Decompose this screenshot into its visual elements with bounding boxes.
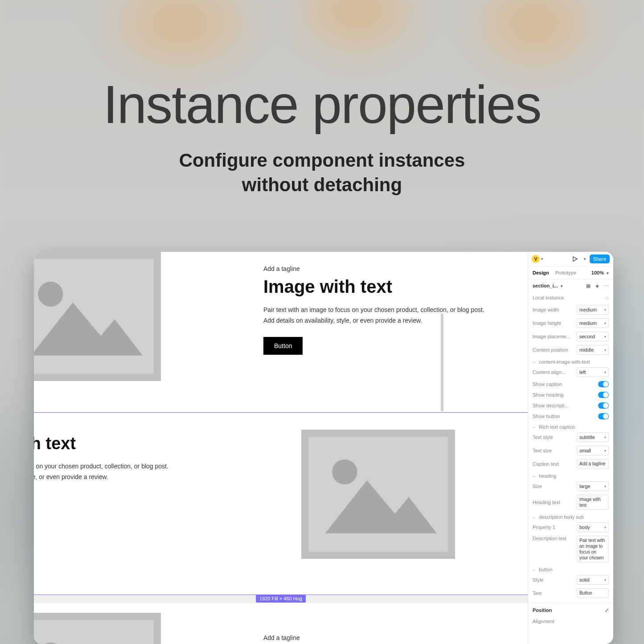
svg-marker-6 — [573, 257, 577, 261]
prop-label: Show heading — [533, 392, 595, 398]
description-text: Pair text with an image to focus on your… — [263, 305, 495, 326]
image-placeholder-icon — [34, 252, 161, 381]
text-style-select[interactable]: subtitle▾ — [577, 432, 609, 442]
section-text-block: Add a tagline — [263, 634, 300, 644]
prop-label: Size — [533, 484, 574, 489]
component-icon[interactable]: ◈ — [595, 283, 600, 288]
caption-text-input[interactable]: Add a tagline — [577, 459, 609, 469]
share-button[interactable]: Share — [590, 254, 610, 263]
heading-text: Image with text — [263, 277, 513, 297]
prop-label: Image height — [533, 320, 574, 326]
group-content-image-with-text[interactable]: content-image-with-text — [528, 357, 613, 365]
heading-size-select[interactable]: large▾ — [577, 481, 609, 491]
inspector-panel: V ▾ ▾ Share Design Prototype 100% ▾ sect… — [528, 252, 613, 644]
prop-label: Image placeme... — [533, 334, 574, 339]
tagline-text: Add a tagline — [263, 634, 300, 641]
play-icon[interactable] — [571, 255, 579, 263]
more-icon[interactable]: ⋯ — [603, 283, 609, 288]
section-text-block: Add a tagline Image with text Pair text … — [263, 265, 513, 355]
section-image-with-text-2-selected[interactable]: with text e to focus on your chosen prod… — [34, 412, 528, 595]
cta-button[interactable]: Button — [263, 337, 303, 355]
tab-design[interactable]: Design — [533, 270, 549, 275]
show-button-toggle[interactable] — [598, 413, 609, 419]
figma-window: Add a tagline Image with text Pair text … — [34, 252, 613, 644]
description-text: e to focus on your chosen product, colle… — [34, 461, 230, 483]
svg-point-0 — [38, 282, 63, 307]
design-canvas[interactable]: Add a tagline Image with text Pair text … — [34, 252, 528, 644]
svg-marker-1 — [34, 303, 143, 356]
image-placement-select[interactable]: second▾ — [577, 332, 609, 341]
instance-name[interactable]: section_i... — [533, 283, 558, 288]
group-rich-text-caption[interactable]: Rich text caption — [528, 422, 613, 431]
content-align-select[interactable]: left▾ — [577, 367, 609, 377]
hero-subtitle: Configure component instances without de… — [0, 148, 644, 197]
prop-label: Content align... — [533, 369, 574, 375]
group-description[interactable]: description body sub — [528, 512, 613, 521]
svg-point-2 — [332, 459, 357, 484]
instance-header: section_i... ▾ ▦ ◈ ⋯ — [528, 279, 613, 292]
image-placeholder-icon — [34, 613, 161, 644]
prop-label: Image width — [533, 307, 574, 312]
alignment-label: Alignment — [533, 619, 609, 624]
group-button[interactable]: button — [528, 564, 613, 573]
prop-label: Show descripti... — [533, 403, 595, 408]
button-style-select[interactable]: solid▾ — [577, 575, 609, 585]
prop-label: Heading text — [533, 500, 574, 505]
prop-label: Text — [533, 591, 574, 596]
image-width-select[interactable]: medium▾ — [577, 305, 609, 315]
prop-label: Text style — [533, 435, 574, 440]
tagline-text: Add a tagline — [263, 265, 513, 272]
prop-label: Caption text — [533, 461, 574, 467]
zoom-level[interactable]: 100% ▾ — [591, 270, 609, 275]
group-heading[interactable]: heading — [528, 471, 613, 480]
position-icon[interactable]: ⤢ — [605, 607, 609, 613]
grid-icon[interactable]: ▦ — [586, 283, 591, 288]
show-description-toggle[interactable] — [598, 402, 609, 409]
hero-title: Instance properties — [0, 74, 644, 135]
heading-text-input[interactable]: image with text — [577, 495, 609, 510]
prop-label: Show button — [533, 414, 595, 419]
diamond-icon[interactable]: ◇ — [605, 295, 609, 300]
chevron-down-icon[interactable]: ▾ — [584, 257, 586, 261]
prop-label: Text size — [533, 448, 574, 453]
section-image-with-text-1[interactable]: Add a tagline Image with text Pair text … — [34, 252, 528, 412]
prop-label: Property 1 — [533, 525, 574, 530]
prop-label: Style — [533, 577, 574, 582]
section-text-block: with text e to focus on your chosen prod… — [34, 434, 230, 493]
image-height-select[interactable]: medium▾ — [577, 318, 609, 328]
prop-label: Content position — [533, 347, 574, 353]
position-section-header[interactable]: Position ⤢ — [528, 603, 613, 615]
description-text-input[interactable]: Pair text with an image to focus on your… — [577, 536, 609, 562]
show-heading-toggle[interactable] — [598, 392, 609, 398]
svg-marker-3 — [325, 480, 437, 533]
selection-size-label: 1920 Fill × 460 Hug — [256, 595, 306, 603]
inspector-topbar: V ▾ ▾ Share — [528, 252, 613, 267]
content-position-select[interactable]: middle▾ — [577, 345, 609, 355]
hero: Instance properties Configure component … — [0, 74, 644, 197]
text-size-select[interactable]: small▾ — [577, 446, 609, 455]
section-image-with-text-3[interactable]: Add a tagline — [34, 603, 528, 644]
prop-label: Show caption — [533, 381, 595, 387]
button-text-input[interactable]: Button — [577, 588, 609, 598]
chevron-down-icon[interactable]: ▾ — [541, 257, 543, 261]
property1-select[interactable]: body▾ — [577, 522, 609, 532]
show-caption-toggle[interactable] — [598, 381, 609, 387]
prop-label: Description text — [533, 536, 574, 541]
image-placeholder-icon — [301, 430, 455, 559]
tab-prototype[interactable]: Prototype — [555, 270, 576, 275]
user-avatar[interactable]: V — [532, 255, 540, 263]
inspector-tabs: Design Prototype 100% ▾ — [528, 267, 613, 279]
local-instance-row: Local instance ◇ — [528, 292, 613, 303]
canvas-scrollbar[interactable] — [441, 255, 443, 640]
heading-text: with text — [34, 434, 230, 453]
